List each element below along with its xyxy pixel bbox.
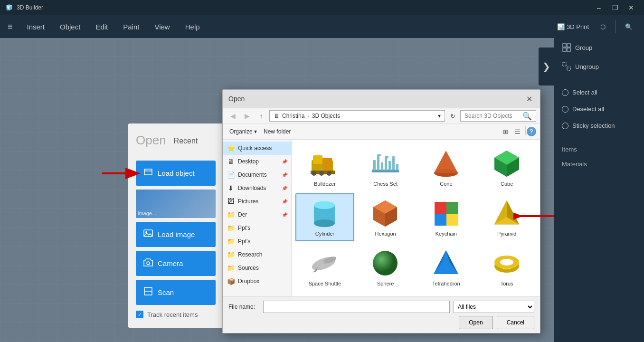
chess-set-icon (369, 148, 402, 179)
close-button[interactable]: ✕ (624, 3, 638, 12)
search-input[interactable] (464, 113, 521, 119)
bulldozer-icon (308, 148, 341, 179)
right-arrow (513, 207, 556, 226)
der-pin-icon: 📌 (282, 212, 287, 218)
cone-icon (429, 148, 463, 179)
forward-button[interactable]: ▶ (241, 110, 253, 122)
file-item-bulldozer[interactable]: Bulldozer (295, 143, 354, 191)
nav-documents[interactable]: 📄 Documents 📌 (223, 168, 291, 181)
file-grid: Bulldozer (295, 143, 536, 291)
nav-ppts1[interactable]: 📁 Ppt's (223, 221, 291, 235)
nav-ppts2[interactable]: 📁 Ppt's (223, 235, 291, 248)
ppts2-label: Ppt's (238, 238, 250, 245)
organize-button[interactable]: Organize ▾ (227, 127, 260, 136)
minimize-button[interactable]: – (592, 3, 606, 12)
research-label: Research (238, 251, 262, 258)
nav-downloads[interactable]: ⬇ Downloads 📌 (223, 181, 291, 195)
menu-insert[interactable]: Insert (20, 19, 52, 35)
ppts1-icon: 📁 (227, 224, 235, 232)
documents-label: Documents (238, 171, 267, 178)
dialog-title: Open (228, 95, 245, 103)
hamburger-menu[interactable]: ≡ (8, 22, 13, 32)
documents-icon: 📄 (227, 171, 235, 179)
new-folder-button[interactable]: New folder (260, 127, 294, 136)
nav-research[interactable]: 📁 Research (223, 248, 291, 261)
sources-label: Sources (238, 265, 259, 271)
nav-desktop[interactable]: 🖥 Desktop 📌 (223, 155, 291, 168)
share-button[interactable]: ⬡ (597, 21, 609, 32)
svg-rect-50 (446, 214, 458, 226)
search-icon: 🔍 (522, 112, 532, 121)
filename-input[interactable] (263, 301, 450, 313)
back-button[interactable]: ◀ (227, 110, 239, 122)
svg-rect-49 (435, 214, 446, 226)
refresh-button[interactable]: ↻ (447, 110, 458, 122)
bulldozer-label: Bulldozer (314, 181, 336, 187)
menu-edit[interactable]: Edit (89, 19, 114, 35)
path-folder: 3D Objects (312, 113, 340, 119)
divider (615, 20, 616, 33)
share-icon: ⬡ (600, 23, 606, 30)
der-label: Der (238, 211, 247, 218)
menu-help[interactable]: Help (179, 19, 207, 35)
view-controls: ⊞ ☰ (500, 126, 527, 137)
view-details[interactable]: ☰ (512, 126, 523, 137)
file-item-keychain[interactable]: Keychain (417, 193, 476, 241)
svg-rect-29 (388, 161, 391, 171)
file-item-cylinder[interactable]: Cylinder (295, 193, 354, 241)
open-button[interactable]: Open (459, 316, 492, 329)
tetrahedron-label: Tetrahedron (432, 281, 460, 286)
dialog-close-button[interactable]: ✕ (524, 94, 534, 104)
keychain-icon (429, 198, 463, 229)
keychain-label: Keychain (436, 231, 457, 237)
file-item-sphere[interactable]: Sphere (356, 243, 415, 291)
file-item-chess-set[interactable]: Chess Set (356, 143, 415, 191)
path-bar[interactable]: 🖥 Christina › 3D Objects ▾ (269, 110, 445, 122)
quick-access-icon: ⭐ (227, 144, 235, 152)
file-item-hexagon[interactable]: Hexagon (356, 193, 415, 241)
hexagon-icon (369, 198, 402, 229)
file-item-torus[interactable]: Torus (477, 243, 536, 291)
nav-pane: ⭐ Quick access 🖥 Desktop 📌 📄 Documents 📌 (223, 140, 292, 296)
nav-pictures[interactable]: 🖼 Pictures 📌 (223, 195, 291, 208)
dropbox-label: Dropbox (238, 278, 259, 285)
menu-right: 📊 3D Print ⬡ 🔍 (553, 20, 636, 33)
nav-quick-access[interactable]: ⭐ Quick access (223, 142, 291, 155)
research-icon: 📁 (227, 250, 235, 259)
svg-point-59 (373, 251, 398, 276)
desktop-pin-icon: 📌 (282, 159, 287, 164)
search-button[interactable]: 🔍 (621, 21, 636, 32)
file-item-tetrahedron[interactable]: Tetrahedron (417, 243, 476, 291)
print3d-icon: 📊 (557, 23, 565, 30)
help-button[interactable]: ? (527, 127, 536, 136)
dialog-overlay: Open ✕ ◀ ▶ ↑ 🖥 Christina › 3D Objects ▾ … (0, 38, 644, 342)
pyramid-label: Pyramid (497, 231, 516, 237)
nav-sources[interactable]: 📁 Sources (223, 261, 291, 275)
svg-point-41 (314, 219, 335, 227)
button-row: Open Cancel (228, 316, 534, 329)
filename-row: File name: All files 3D objects (*.3mf) … (228, 301, 534, 313)
menu-bar: ≡ Insert Object Edit Paint View Help 📊 3… (0, 15, 644, 38)
menu-view[interactable]: View (148, 19, 176, 35)
restore-button[interactable]: ❐ (608, 3, 622, 12)
title-bar: 🧊 3D Builder – ❐ ✕ (0, 0, 644, 15)
title-bar-left: 🧊 3D Builder (6, 4, 43, 11)
svg-rect-26 (381, 162, 383, 171)
menu-object[interactable]: Object (53, 19, 87, 35)
menu-paint[interactable]: Paint (116, 19, 146, 35)
svg-point-20 (319, 171, 324, 176)
print3d-button[interactable]: 📊 3D Print (553, 21, 593, 32)
view-large-icons[interactable]: ⊞ (500, 126, 511, 137)
nav-der[interactable]: 📁 Der 📌 (223, 208, 291, 221)
pictures-label: Pictures (238, 198, 258, 205)
pictures-pin-icon: 📌 (282, 199, 287, 204)
nav-dropbox[interactable]: 📦 Dropbox (223, 275, 291, 288)
file-item-space-shuttle[interactable]: Space Shuttle (295, 243, 354, 291)
file-item-cube[interactable]: Cube (477, 143, 536, 191)
filetype-select[interactable]: All files 3D objects (*.3mf) OBJ files (… (454, 301, 534, 313)
cancel-button[interactable]: Cancel (497, 316, 534, 329)
file-item-cone[interactable]: Cone (417, 143, 476, 191)
desktop-label: Desktop (238, 158, 259, 165)
dropbox-icon: 📦 (227, 277, 235, 285)
up-button[interactable]: ↑ (255, 110, 267, 122)
